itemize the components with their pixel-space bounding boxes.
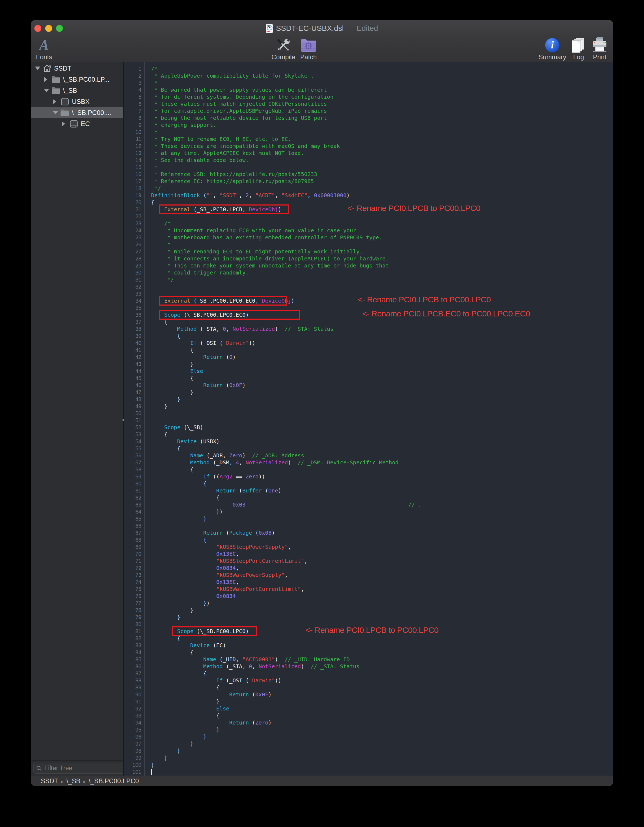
code-line-text[interactable] — [145, 522, 613, 529]
code-line-text[interactable]: Method (_STA, 0, NotSerialized) // _STA:… — [145, 663, 613, 670]
code-line[interactable]: 11 * Try NOT to rename EC0, H_EC, etc. t… — [124, 136, 613, 142]
code-line[interactable]: 67 Return (Package (0x08) — [124, 529, 613, 536]
code-line[interactable]: 65 } — [124, 515, 613, 522]
code-line-text[interactable]: * This can make your system unbootable a… — [145, 262, 613, 269]
code-line-text[interactable]: /* — [145, 220, 613, 227]
log-button[interactable]: Log — [571, 36, 586, 62]
code-line[interactable]: 95 } — [124, 726, 613, 733]
breadcrumb-item[interactable]: \_SB — [67, 777, 81, 785]
code-line-text[interactable] — [145, 410, 613, 417]
code-line[interactable]: 45 { — [124, 374, 613, 382]
code-line-text[interactable] — [145, 283, 613, 290]
code-line[interactable]: 30 * could trigger randomly. — [124, 269, 613, 276]
code-line-text[interactable]: If (_OSI ("Darwin")) — [145, 339, 613, 346]
code-line-text[interactable]: { — [145, 445, 613, 452]
breadcrumb-item[interactable]: \_SB.PC00.LPC0 — [89, 777, 139, 785]
code-line-text[interactable]: } — [145, 747, 613, 754]
code-line[interactable]: 56 Name (_ADR, Zero) // _ADR: Address — [124, 452, 613, 459]
code-line-text[interactable]: } — [145, 698, 613, 705]
code-line-text[interactable]: * could trigger randomly. — [145, 269, 613, 276]
code-line[interactable]: 3 * — [124, 79, 613, 86]
code-line[interactable]: 27 * While renaming EC0 to EC might pote… — [124, 248, 613, 255]
tree-item-ssdt[interactable]: SSDT — [31, 63, 123, 74]
code-line[interactable]: 50 — [124, 410, 613, 417]
code-line[interactable]: 77 }) — [124, 599, 613, 607]
code-line[interactable]: 73 "kUSBWakePowerSupply", — [124, 571, 613, 579]
code-line[interactable]: 78 } — [124, 607, 613, 614]
code-line-text[interactable]: "kUSBSleepPortCurrentLimit", — [145, 557, 613, 565]
code-line[interactable]: 32 — [124, 283, 613, 290]
code-line-text[interactable]: }) — [145, 599, 613, 607]
code-line-text[interactable]: } — [145, 726, 613, 733]
code-line[interactable]: 24 * Uncomment replacing EC0 with your o… — [124, 227, 613, 234]
filter-tree-field[interactable] — [33, 763, 128, 774]
code-line-text[interactable] — [145, 213, 613, 220]
code-line-text[interactable]: } — [145, 360, 613, 368]
code-line[interactable]: 10 * — [124, 128, 613, 136]
code-line-text[interactable]: */ — [145, 276, 613, 283]
code-line-text[interactable]: * Be warned that power supply values can… — [145, 86, 613, 93]
code-line[interactable]: 48 } — [124, 396, 613, 403]
code-line[interactable]: 22 — [124, 213, 613, 220]
code-line[interactable]: 57 Method (_DSM, 4, NotSerialized) // _D… — [124, 459, 613, 466]
code-line-text[interactable]: Name (_ADR, Zero) // _ADR: Address — [145, 452, 613, 459]
code-line-text[interactable]: * AppleUsbPower compatibility table for … — [145, 72, 613, 79]
code-line-text[interactable]: 0x13EC, — [145, 579, 613, 585]
disclosure-open-icon[interactable] — [44, 89, 49, 92]
code-line-text[interactable]: { — [145, 332, 613, 339]
code-line-text[interactable]: "kUSBWakePowerSupply", — [145, 571, 613, 579]
code-line-text[interactable]: { — [145, 318, 613, 325]
code-line[interactable]: 41 { — [124, 346, 613, 353]
tree-item-usbx[interactable]: USBX — [31, 96, 123, 107]
tree-item-sbpc00lp[interactable]: \_SB.PC00.LP... — [31, 74, 123, 85]
code-line-text[interactable]: { — [145, 635, 613, 642]
code-line-text[interactable]: { — [145, 670, 613, 677]
code-line[interactable]: 53 { — [124, 431, 613, 438]
code-line-text[interactable]: Method (_DSM, 4, NotSerialized) // _DSM:… — [145, 459, 613, 466]
code-line[interactable]: 42 Return (0) — [124, 353, 613, 360]
code-line[interactable]: 61 Return (Buffer (One) — [124, 487, 613, 494]
code-line-text[interactable]: { — [145, 684, 613, 691]
code-line-text[interactable]: DefinitionBlock ("", "SSDT", 2, "ACDT", … — [145, 192, 613, 199]
code-line-text[interactable]: { — [145, 431, 613, 438]
code-line-text[interactable]: 0x0834, — [145, 565, 613, 571]
code-line-text[interactable]: { — [145, 536, 613, 543]
code-line-text[interactable]: * — [145, 241, 613, 248]
code-line[interactable]: 68 { — [124, 536, 613, 543]
code-line[interactable]: 17 * Reference EC: https://applelife.ru/… — [124, 178, 613, 185]
code-line[interactable]: 26 * — [124, 241, 613, 248]
code-line[interactable]: 51 — [124, 417, 613, 424]
code-line-text[interactable]: }) — [145, 508, 613, 515]
code-line-text[interactable]: "kUSBWakePortCurrentLimit", — [145, 585, 613, 593]
code-line-text[interactable]: { — [145, 712, 613, 719]
code-line-text[interactable]: "kUSBSleepPowerSupply", — [145, 543, 613, 550]
code-line[interactable]: 58 { — [124, 466, 613, 473]
disclosure-closed-icon[interactable] — [44, 77, 47, 82]
code-line-text[interactable]: } — [145, 389, 613, 396]
disclosure-open-icon[interactable] — [53, 111, 58, 114]
code-line[interactable]: 96 } — [124, 733, 613, 740]
code-line[interactable]: 59 If ((Arg2 == Zero)) — [124, 473, 613, 480]
code-line[interactable]: 98 } — [124, 747, 613, 754]
code-line[interactable]: 66 — [124, 522, 613, 529]
code-line-text[interactable]: * it connects an incompatible driver (Ap… — [145, 255, 613, 262]
code-line[interactable]: 54 Device (USBX) — [124, 438, 613, 445]
code-line[interactable]: 79 } — [124, 614, 613, 621]
code-line[interactable]: 72 0x0834, — [124, 565, 613, 571]
code-line-text[interactable]: Scope (\_SB) — [145, 424, 613, 431]
code-line-text[interactable]: { — [145, 346, 613, 353]
code-line[interactable]: 40 If (_OSI ("Darwin")) — [124, 339, 613, 346]
code-line[interactable]: 86 Method (_STA, 0, NotSerialized) // _S… — [124, 663, 613, 670]
print-button[interactable]: Print — [592, 36, 608, 62]
code-line[interactable]: 44 Else — [124, 368, 613, 374]
code-line-text[interactable]: { — [145, 480, 613, 487]
code-line-text[interactable]: * Uncomment replacing EC0 with your own … — [145, 227, 613, 234]
code-line[interactable]: 90 Return (0x0F) — [124, 691, 613, 698]
code-line[interactable]: 64 }) — [124, 508, 613, 515]
code-line[interactable]: 52 Scope (\_SB) — [124, 424, 613, 431]
summary-button[interactable]: i Summary — [538, 36, 566, 62]
code-line[interactable]: 16 * Reference USB: https://applelife.ru… — [124, 171, 613, 178]
code-line-text[interactable]: { — [145, 494, 613, 501]
code-line[interactable]: 19DefinitionBlock ("", "SSDT", 2, "ACDT"… — [124, 192, 613, 199]
code-line-text[interactable]: * — [145, 164, 613, 171]
